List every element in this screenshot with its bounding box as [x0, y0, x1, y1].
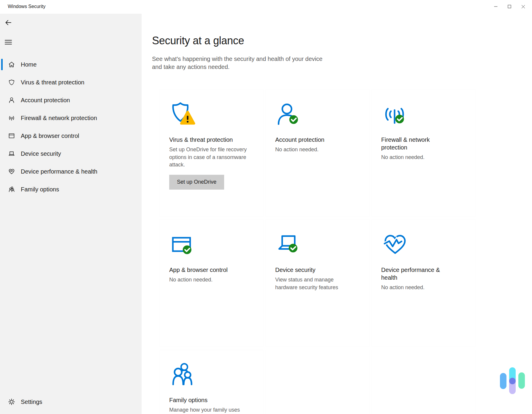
selected-accent-bar: [1, 59, 3, 70]
card-description: Set up OneDrive for file recovery option…: [169, 146, 254, 169]
card-title: Family options: [169, 396, 254, 404]
back-button[interactable]: [3, 18, 13, 28]
person-check-icon: [275, 102, 360, 127]
sidebar-item-label: Firewall & network protection: [21, 115, 97, 122]
card-description: Manage how your family uses their device…: [169, 406, 254, 414]
card-firewall-network-protection[interactable]: Firewall & network protectionNo action n…: [372, 90, 475, 216]
card-app-browser-control[interactable]: App & browser controlNo action needed.: [160, 220, 263, 347]
card-device-performance-health[interactable]: Device performance & healthNo action nee…: [372, 220, 475, 347]
watermark-bar-mint: [518, 372, 525, 389]
sidebar-item-device-performance-health[interactable]: Device performance & health: [0, 163, 142, 180]
sidebar-item-label: Device security: [21, 150, 61, 157]
person-icon: [8, 97, 15, 104]
page-subtitle: See what's happening with the security a…: [152, 55, 322, 71]
card-description: No action needed.: [275, 146, 360, 154]
empty-card-cell: [372, 350, 475, 414]
sidebar-item-home[interactable]: Home: [0, 56, 142, 73]
minimize-button[interactable]: [489, 0, 503, 13]
minimize-icon: [494, 5, 498, 8]
sidebar-item-app-browser-control[interactable]: App & browser control: [0, 127, 142, 145]
set-up-onedrive-button[interactable]: Set up OneDrive: [169, 175, 224, 190]
menu-button[interactable]: [3, 37, 13, 48]
card-virus-threat-protection[interactable]: Virus & threat protectionSet up OneDrive…: [160, 90, 263, 216]
card-account-protection[interactable]: Account protectionNo action needed.: [266, 90, 369, 216]
title-bar: Windows Security: [0, 0, 532, 14]
card-title: Virus & threat protection: [169, 136, 254, 144]
sidebar-item-settings[interactable]: Settings: [0, 393, 142, 411]
sidebar-item-label: Settings: [21, 399, 42, 405]
sidebar-nav: HomeVirus & threat protectionAccount pro…: [0, 56, 142, 198]
family-group-icon: [169, 362, 254, 387]
sidebar-item-label: Family options: [21, 186, 59, 193]
sidebar-item-device-security[interactable]: Device security: [0, 145, 142, 163]
laptop-icon: [8, 150, 15, 157]
watermark-logo: [500, 367, 525, 394]
back-arrow-icon: [4, 18, 12, 28]
card-description: No action needed.: [381, 154, 466, 161]
close-icon: [521, 5, 525, 9]
hamburger-menu-icon: [4, 38, 12, 47]
sidebar: HomeVirus & threat protectionAccount pro…: [0, 14, 142, 414]
sidebar-item-label: Account protection: [21, 97, 70, 104]
main-content: Security at a glance See what's happenin…: [142, 14, 532, 414]
gear-icon: [8, 398, 15, 405]
card-family-options[interactable]: Family optionsManage how your family use…: [160, 350, 263, 414]
card-title: App & browser control: [169, 266, 254, 274]
heart-pulse-icon: [381, 232, 466, 257]
sidebar-item-label: Device performance & health: [21, 168, 97, 175]
close-button[interactable]: [516, 0, 530, 13]
card-title: Device security: [275, 266, 360, 274]
maximize-button[interactable]: [503, 0, 516, 13]
card-description: View status and manage hardware security…: [275, 276, 360, 291]
card-device-security[interactable]: Device securityView status and manage ha…: [266, 220, 369, 347]
sidebar-item-label: Virus & threat protection: [21, 79, 84, 86]
security-card-grid: Virus & threat protectionSet up OneDrive…: [160, 90, 475, 414]
windows-security-app: Windows Security HomeVirus & threat prot…: [0, 0, 532, 414]
maximize-icon: [508, 5, 511, 8]
card-description: No action needed.: [169, 276, 254, 284]
laptop-check-icon: [275, 232, 360, 257]
network-icon: [8, 114, 15, 122]
shield-warning-icon: [169, 102, 254, 127]
sidebar-item-firewall-network-protection[interactable]: Firewall & network protection: [0, 109, 142, 127]
card-title: Device performance & health: [381, 266, 466, 281]
sidebar-item-family-options[interactable]: Family options: [0, 180, 142, 198]
card-description: No action needed.: [381, 284, 466, 292]
window-check-icon: [169, 232, 254, 257]
sidebar-item-virus-threat-protection[interactable]: Virus & threat protection: [0, 73, 142, 91]
sidebar-item-label: Home: [21, 61, 37, 68]
watermark-dot-indigo: [509, 378, 516, 384]
network-check-icon: [381, 102, 466, 127]
sidebar-item-account-protection[interactable]: Account protection: [0, 91, 142, 109]
window-controls: [489, 0, 530, 13]
page-title: Security at a glance: [152, 34, 244, 47]
card-title: Firewall & network protection: [381, 136, 466, 151]
heart-icon: [8, 168, 15, 175]
family-icon: [8, 186, 15, 193]
shield-icon: [8, 79, 15, 86]
watermark-bar-blue: [500, 373, 506, 389]
home-icon: [8, 61, 15, 68]
empty-card-cell: [266, 350, 369, 414]
card-title: Account protection: [275, 136, 360, 144]
window-icon: [8, 132, 15, 139]
window-title: Windows Security: [8, 4, 45, 9]
sidebar-item-label: App & browser control: [21, 133, 79, 139]
